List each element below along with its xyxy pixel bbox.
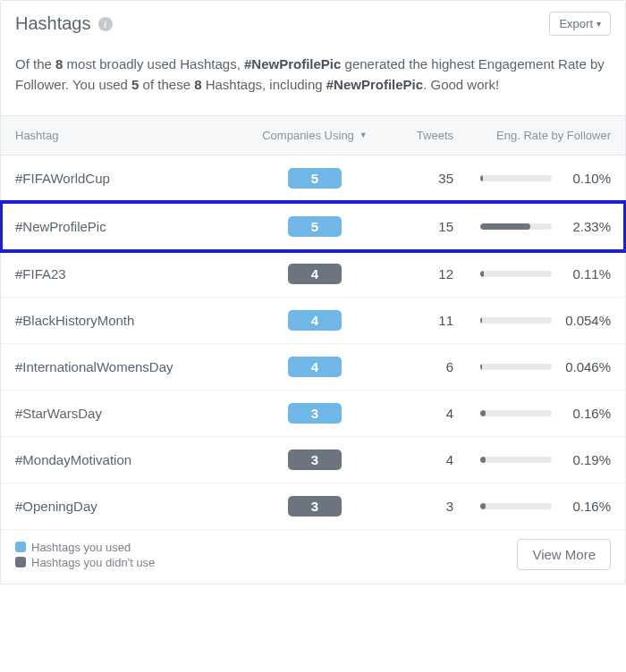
tweets-cell: 3: [373, 499, 453, 514]
tweets-cell: 35: [373, 171, 453, 186]
legend-used: Hashtags you used: [15, 541, 155, 554]
tweets-cell: 4: [373, 452, 453, 467]
col-header-eng[interactable]: Eng. Rate by Follower: [453, 129, 611, 142]
companies-cell: 4: [257, 264, 373, 284]
summary-part: Hashtags, including: [202, 77, 326, 92]
hashtags-panel: Hashtags i Export ▾ Of the 8 most broadl…: [0, 0, 626, 584]
summary-part: of these: [139, 77, 194, 92]
sort-caret-icon: ▼: [360, 130, 368, 139]
eng-bar-track: [480, 364, 552, 370]
eng-wrap: 0.11%: [453, 266, 611, 281]
companies-pill: 3: [288, 496, 342, 517]
eng-bar-fill: [480, 457, 486, 463]
companies-pill: 4: [288, 357, 342, 377]
chevron-down-icon: ▾: [596, 19, 601, 29]
hashtag-text: #FIFAWorldCup: [15, 171, 110, 186]
eng-bar-fill: [480, 503, 486, 509]
table-row[interactable]: #FIFA234120.11%: [1, 251, 625, 298]
eng-cell: 0.10%: [453, 171, 611, 186]
table-row[interactable]: #MondayMotivation340.19%: [1, 437, 625, 483]
companies-cell: 4: [257, 357, 373, 377]
col-header-hashtag[interactable]: Hashtag: [15, 129, 257, 142]
hashtag-cell: #BlackHistoryMonth: [15, 313, 257, 328]
hashtag-cell: #MondayMotivation: [15, 452, 257, 467]
eng-wrap: 0.10%: [453, 171, 611, 186]
hashtag-cell: #InternationalWomensDay: [15, 359, 257, 374]
tweets-value: 15: [438, 219, 453, 234]
eng-value: 0.054%: [561, 313, 611, 328]
eng-wrap: 2.33%: [453, 219, 611, 234]
companies-pill: 3: [288, 403, 342, 424]
companies-pill: 5: [288, 216, 342, 237]
eng-bar-track: [480, 175, 552, 181]
tweets-cell: 11: [373, 313, 453, 328]
hashtag-cell: #StarWarsDay: [15, 406, 257, 421]
table-row[interactable]: #OpeningDay330.16%: [1, 483, 625, 530]
legend: Hashtags you used Hashtags you didn't us…: [15, 539, 155, 571]
companies-cell: 3: [257, 449, 373, 470]
table-row[interactable]: #BlackHistoryMonth4110.054%: [1, 298, 625, 344]
summary-part: most broadly used Hashtags,: [63, 56, 244, 71]
eng-wrap: 0.046%: [453, 359, 611, 374]
eng-cell: 0.054%: [453, 313, 611, 328]
table-row[interactable]: #NewProfilePic5152.33%: [0, 200, 626, 253]
tweets-value: 11: [438, 313, 453, 328]
summary-bold: 8: [194, 77, 201, 92]
info-icon[interactable]: i: [98, 17, 113, 31]
table-row[interactable]: #FIFAWorldCup5350.10%: [1, 155, 625, 202]
tweets-value: 3: [446, 499, 453, 514]
eng-wrap: 0.16%: [453, 499, 611, 514]
eng-bar-fill: [480, 410, 486, 416]
eng-bar-track: [480, 271, 552, 277]
eng-value: 0.19%: [561, 452, 611, 467]
eng-bar-track: [480, 503, 552, 509]
eng-bar-fill: [480, 317, 482, 323]
eng-cell: 0.046%: [453, 359, 611, 374]
table-body: #FIFAWorldCup5350.10%#NewProfilePic5152.…: [1, 155, 625, 530]
col-header-tweets[interactable]: Tweets: [373, 129, 453, 142]
companies-cell: 3: [257, 496, 373, 517]
table-row[interactable]: #StarWarsDay340.16%: [1, 391, 625, 437]
legend-notused: Hashtags you didn't use: [15, 556, 155, 569]
companies-pill: 4: [288, 310, 342, 331]
tweets-value: 12: [438, 266, 453, 281]
hashtag-text: #NewProfilePic: [15, 219, 106, 234]
eng-value: 0.16%: [561, 406, 611, 421]
tweets-value: 6: [446, 359, 453, 374]
legend-swatch-notused: [15, 557, 26, 567]
companies-pill: 5: [288, 168, 342, 189]
eng-cell: 2.33%: [453, 219, 611, 234]
companies-cell: 4: [257, 310, 373, 331]
eng-cell: 0.16%: [453, 406, 611, 421]
eng-bar-track: [480, 457, 552, 463]
panel-title: Hashtags: [15, 13, 91, 34]
export-button[interactable]: Export ▾: [549, 12, 611, 36]
eng-bar-fill: [480, 175, 483, 181]
eng-value: 0.11%: [561, 266, 611, 281]
table-row[interactable]: #InternationalWomensDay460.046%: [1, 344, 625, 391]
eng-bar-fill: [480, 223, 530, 230]
eng-bar-track: [480, 317, 552, 323]
col-header-companies[interactable]: Companies Using ▼: [257, 129, 373, 142]
hashtag-cell: #OpeningDay: [15, 499, 257, 514]
view-more-button[interactable]: View More: [517, 539, 611, 570]
tweets-value: 4: [446, 452, 453, 467]
tweets-value: 4: [446, 406, 453, 421]
col-header-companies-label: Companies Using: [262, 129, 354, 142]
eng-wrap: 0.19%: [453, 452, 611, 467]
eng-value: 2.33%: [561, 219, 611, 234]
hashtag-text: #BlackHistoryMonth: [15, 313, 134, 328]
tweets-cell: 4: [373, 406, 453, 421]
hashtag-text: #MondayMotivation: [15, 452, 131, 467]
summary-bold: #NewProfilePic: [244, 56, 341, 71]
eng-value: 0.10%: [561, 171, 611, 186]
eng-wrap: 0.16%: [453, 406, 611, 421]
companies-pill: 4: [288, 264, 342, 284]
hashtag-text: #InternationalWomensDay: [15, 359, 173, 374]
eng-bar-fill: [480, 271, 484, 277]
summary-part: . Good work!: [423, 77, 499, 92]
eng-wrap: 0.054%: [453, 313, 611, 328]
tweets-value: 35: [438, 171, 453, 186]
eng-cell: 0.11%: [453, 266, 611, 281]
table-header: Hashtag Companies Using ▼ Tweets Eng. Ra…: [1, 115, 625, 155]
